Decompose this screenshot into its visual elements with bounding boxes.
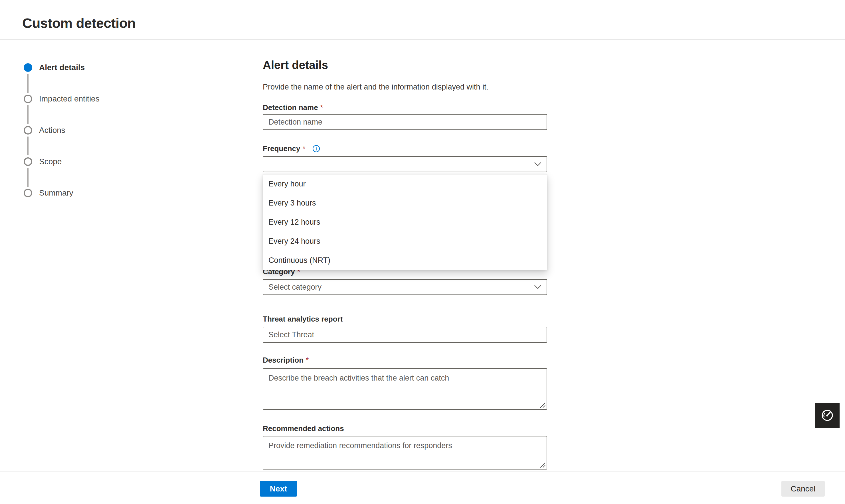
stepper-item-label: Alert details: [39, 63, 85, 72]
stepper-item-scope[interactable]: Scope: [17, 153, 217, 170]
frequency-option[interactable]: Every 12 hours: [263, 213, 547, 232]
description-field: [263, 368, 547, 410]
detection-name-input[interactable]: [263, 114, 547, 130]
stepper-connector: [28, 105, 29, 124]
description-label: Description *: [263, 356, 309, 365]
chevron-down-icon: [534, 285, 542, 289]
stepper-connector: [28, 168, 29, 187]
required-asterisk: *: [306, 356, 309, 365]
stepper-item-label: Scope: [39, 157, 61, 166]
sidebar-divider: [237, 40, 237, 471]
resize-grip-icon[interactable]: [539, 402, 546, 409]
stepper-item-actions[interactable]: Actions: [17, 122, 217, 139]
resize-grip-icon[interactable]: [539, 462, 546, 468]
stepper-item-summary[interactable]: Summary: [17, 184, 217, 201]
feedback-button[interactable]: [815, 403, 840, 428]
info-icon[interactable]: [312, 145, 320, 152]
stepper-item-label: Actions: [39, 126, 65, 135]
step-circle-icon: [24, 157, 32, 166]
step-active-dot-icon: [24, 63, 32, 72]
stepper-item-impacted-entities[interactable]: Impacted entities: [17, 90, 217, 107]
step-circle-icon: [24, 189, 32, 197]
step-circle-icon: [24, 95, 32, 103]
custom-detection-wizard: Custom detection Alert details Impacted …: [0, 0, 845, 504]
threat-analytics-report-input[interactable]: [263, 327, 547, 343]
stepper-connector: [28, 74, 29, 93]
description-textarea[interactable]: [263, 368, 547, 410]
footer-divider: [0, 471, 845, 472]
recommended-actions-textarea[interactable]: [263, 436, 547, 469]
frequency-option[interactable]: Every hour: [263, 175, 547, 194]
detection-name-label: Detection name *: [263, 103, 323, 112]
next-button[interactable]: Next: [260, 481, 297, 497]
threat-analytics-report-label: Threat analytics report: [263, 315, 342, 324]
section-subheading: Provide the name of the alert and the in…: [263, 83, 488, 91]
step-circle-icon: [24, 126, 32, 134]
stepper-item-label: Summary: [39, 188, 73, 198]
cancel-button[interactable]: Cancel: [781, 481, 825, 497]
recommended-actions-field: [263, 436, 547, 469]
stepper-item-label: Impacted entities: [39, 94, 100, 104]
frequency-option[interactable]: Continuous (NRT): [263, 251, 547, 270]
category-placeholder: Select category: [268, 283, 534, 292]
recommended-actions-label: Recommended actions: [263, 424, 344, 433]
frequency-option[interactable]: Every 24 hours: [263, 232, 547, 251]
page-title: Custom detection: [22, 15, 136, 31]
header-divider: [0, 39, 845, 40]
stepper-item-alert-details[interactable]: Alert details: [17, 59, 217, 76]
frequency-combobox[interactable]: [263, 156, 547, 172]
frequency-option[interactable]: Every 3 hours: [263, 194, 547, 213]
section-heading: Alert details: [263, 59, 328, 72]
frequency-dropdown-list: Every hour Every 3 hours Every 12 hours …: [263, 174, 547, 270]
frequency-label: Frequency *: [263, 144, 320, 153]
performance-gauge-icon: [820, 408, 834, 423]
category-combobox[interactable]: Select category: [263, 279, 547, 295]
required-asterisk: *: [303, 144, 305, 153]
stepper-connector: [28, 137, 29, 155]
required-asterisk: *: [320, 103, 323, 112]
chevron-down-icon: [534, 162, 542, 166]
